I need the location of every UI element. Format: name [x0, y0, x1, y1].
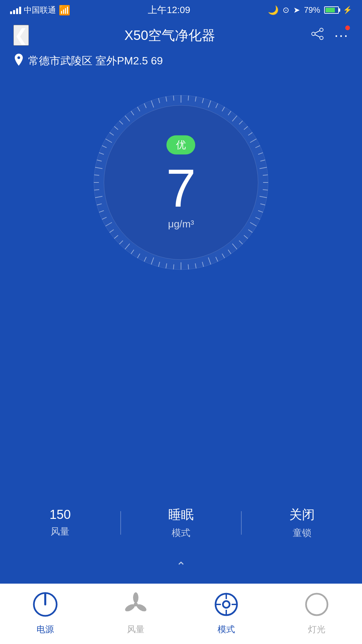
childlock-value: 关闭 [289, 506, 315, 523]
svg-point-0 [320, 28, 323, 32]
svg-line-3 [315, 31, 320, 33]
status-left: 中国联通 📶 [10, 5, 70, 16]
svg-line-44 [173, 264, 174, 269]
svg-line-78 [173, 96, 174, 101]
svg-line-60 [94, 190, 99, 190]
gauge-container[interactable]: 优 7 μg/m³ [87, 89, 275, 276]
nav-label-mode: 模式 [218, 624, 235, 635]
status-time: 上午12:09 [148, 4, 190, 16]
nav-item-mode[interactable]: 模式 [181, 589, 272, 635]
quality-badge: 优 [167, 136, 195, 155]
svg-point-1 [320, 36, 323, 40]
svg-line-4 [315, 35, 320, 37]
top-nav: ❮ X50空气净化器 ··· [0, 20, 362, 50]
svg-point-91 [306, 594, 327, 615]
share-button[interactable] [311, 27, 324, 44]
gauge-inner: 优 7 μg/m³ [166, 136, 196, 230]
nav-actions: ··· [311, 27, 349, 44]
mode-stat[interactable]: 睡眠 模式 [121, 506, 241, 539]
gauge-section: 优 7 μg/m³ [0, 75, 362, 486]
signal-icon [10, 6, 21, 14]
light-icon [302, 589, 332, 620]
nav-item-power[interactable]: 电源 [0, 589, 90, 635]
nav-item-light[interactable]: 灯光 [272, 589, 362, 635]
svg-line-26 [263, 190, 268, 190]
lock-icon: ⊙ [283, 5, 289, 15]
svg-point-86 [223, 601, 230, 608]
mode-icon [211, 589, 241, 620]
back-button[interactable]: ❮ [13, 25, 29, 46]
more-button[interactable]: ··· [334, 27, 349, 44]
svg-line-42 [188, 264, 188, 269]
childlock-stat[interactable]: 关闭 童锁 [242, 506, 362, 539]
power-icon [30, 589, 60, 620]
childlock-label: 童锁 [293, 527, 311, 539]
airflow-label: 风量 [51, 525, 69, 538]
nav-label-power: 电源 [37, 624, 54, 635]
page-title: X50空气净化器 [124, 26, 215, 45]
carrier-text: 中国联通 [24, 5, 56, 15]
fan-icon [121, 589, 151, 620]
charging-icon: ⚡ [343, 6, 352, 14]
expand-row: ⌃ [0, 553, 362, 584]
svg-point-81 [133, 592, 138, 603]
battery-icon [324, 6, 339, 14]
pm-unit: μg/m³ [168, 218, 194, 230]
pm-value: 7 [166, 161, 196, 215]
moon-icon: 🌙 [268, 5, 279, 15]
svg-line-8 [188, 96, 188, 101]
location-nav-icon: ➤ [293, 5, 300, 15]
location-pin-icon [13, 54, 24, 68]
mode-label: 模式 [172, 527, 190, 539]
airflow-value: 150 [50, 507, 71, 522]
svg-line-62 [94, 175, 99, 175]
bottom-nav: 电源 风量 模式 [0, 584, 362, 644]
location-text: 常德市武陵区 室外PM2.5 69 [28, 54, 163, 68]
status-right: 🌙 ⊙ ➤ 79% ⚡ [268, 5, 352, 15]
location-bar: 常德市武陵区 室外PM2.5 69 [0, 50, 362, 75]
battery-percent: 79% [304, 5, 320, 15]
status-bar: 中国联通 📶 上午12:09 🌙 ⊙ ➤ 79% ⚡ [0, 0, 362, 20]
notification-dot [345, 25, 350, 30]
svg-point-2 [312, 32, 315, 36]
stats-row: 150 风量 睡眠 模式 关闭 童锁 [0, 486, 362, 553]
svg-line-24 [263, 175, 268, 175]
nav-label-light: 灯光 [308, 624, 325, 635]
wifi-icon: 📶 [59, 5, 70, 16]
mode-value: 睡眠 [168, 506, 194, 523]
nav-label-fan: 风量 [127, 624, 144, 635]
airflow-stat[interactable]: 150 风量 [0, 507, 120, 538]
nav-item-fan[interactable]: 风量 [90, 589, 181, 635]
svg-point-84 [134, 602, 138, 606]
expand-button[interactable]: ⌃ [176, 559, 186, 574]
